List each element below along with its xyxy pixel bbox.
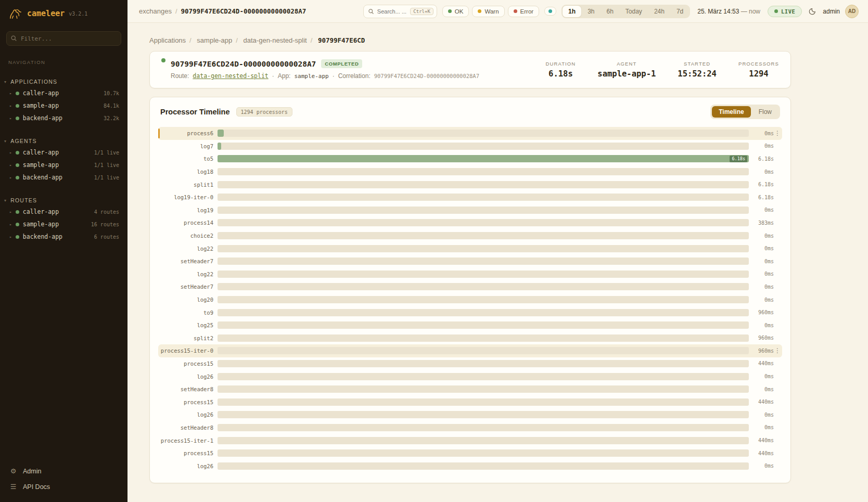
timeline-row[interactable]: process15 440ms ⋮ <box>158 395 782 408</box>
dark-mode-toggle[interactable] <box>807 6 818 17</box>
timeline-row[interactable]: choice2 0ms ⋮ <box>158 229 782 242</box>
dot-separator: · <box>272 72 274 80</box>
route-link[interactable]: data-gen-nested-split <box>193 72 268 80</box>
sidebar-item[interactable]: ▸ caller-app 1/1 live <box>0 146 127 159</box>
timeline-row[interactable]: process15 440ms ⋮ <box>158 357 782 370</box>
sidebar-item[interactable]: ▸ caller-app 4 routes <box>0 205 127 218</box>
view-toggle-button[interactable]: Flow <box>752 106 778 118</box>
status-filter-chip[interactable]: Error <box>508 6 540 17</box>
timeline-row[interactable]: split2 960ms ⋮ <box>158 332 782 345</box>
timeline-row[interactable]: log18 0ms ⋮ <box>158 165 782 178</box>
timeline-row[interactable]: process15 440ms ⋮ <box>158 447 782 460</box>
timeline-row[interactable]: process15-iter-0 960ms ⋮ <box>158 344 782 357</box>
avatar[interactable]: AD <box>845 5 859 18</box>
sidebar-item[interactable]: ▸ sample-app 16 routes <box>0 218 127 230</box>
timeline-row[interactable]: log19-iter-0 6.18s ⋮ <box>158 191 782 204</box>
timeline-bar-track <box>218 245 749 252</box>
processor-name: to5 <box>159 156 218 162</box>
time-range-button[interactable]: Today <box>620 6 648 17</box>
stat-value: 1294 <box>738 69 779 79</box>
live-toggle[interactable]: LIVE <box>768 6 802 17</box>
timeline-row[interactable]: to9 960ms ⋮ <box>158 306 782 319</box>
date-range-separator: — <box>741 8 747 15</box>
sidebar-item-badge: 1/1 live <box>94 175 119 181</box>
filter-input[interactable] <box>6 31 121 46</box>
time-range-button[interactable]: 1h <box>563 6 581 17</box>
timeline-row[interactable]: log26 0ms ⋮ <box>158 408 782 421</box>
time-range-button[interactable]: 7d <box>671 6 689 17</box>
section-label: ROUTES <box>10 197 37 203</box>
row-duration: 440ms <box>749 450 774 456</box>
timeline-row[interactable]: setHeader7 0ms ⋮ <box>158 280 782 293</box>
processor-name: process15 <box>159 361 218 367</box>
processor-name: process6 <box>159 130 218 136</box>
status-filter-chip[interactable]: Warn <box>472 6 504 17</box>
timeline-row[interactable]: process14 383ms ⋮ <box>158 216 782 229</box>
timeline-bar-track: 6.18s <box>218 155 749 162</box>
breadcrumb-link[interactable]: data-gen-nested-split <box>244 36 307 44</box>
time-range-button[interactable]: 6h <box>601 6 619 17</box>
timeline-row[interactable]: setHeader8 0ms ⋮ <box>158 383 782 396</box>
time-range-button[interactable]: 3h <box>582 6 600 17</box>
timeline-row[interactable]: log20 0ms ⋮ <box>158 293 782 306</box>
sidebar-item[interactable]: ▸ backend-app 1/1 live <box>0 171 127 184</box>
timeline-row[interactable]: log7 0ms ⋮ <box>158 140 782 153</box>
timeline-row[interactable]: setHeader7 0ms ⋮ <box>158 255 782 268</box>
timeline-row[interactable]: to5 6.18s 6.18s ⋮ <box>158 152 782 165</box>
sidebar-item[interactable]: ▸ backend-app 6 routes <box>0 230 127 243</box>
row-duration: 0ms <box>749 259 774 264</box>
timeline-row[interactable]: log25 0ms ⋮ <box>158 319 782 332</box>
kebab-menu-icon[interactable]: ⋮ <box>774 130 781 137</box>
row-duration: 0ms <box>749 284 774 290</box>
processor-name: process15-iter-1 <box>159 437 218 444</box>
search-icon <box>368 8 374 15</box>
stat-label: AGENT <box>597 61 656 67</box>
search-input[interactable] <box>377 8 407 15</box>
timeline-row[interactable]: process6 0ms ⋮ <box>158 127 782 140</box>
section-header-agents[interactable]: ▾ AGENTS <box>0 136 127 146</box>
sidebar-item-badge: 84.1k <box>104 103 119 109</box>
sidebar-item[interactable]: ▸ sample-app 84.1k <box>0 99 127 112</box>
timeline-row[interactable]: process15-iter-1 440ms ⋮ <box>158 434 782 447</box>
breadcrumb-link[interactable]: sample-app <box>197 36 232 44</box>
stat: AGENT sample-app-1 <box>597 61 656 79</box>
view-toggle-button[interactable]: Timeline <box>712 106 750 118</box>
sidebar-item[interactable]: ▸ backend-app 32.2k <box>0 112 127 124</box>
api-docs-link[interactable]: ☰ API Docs <box>9 483 118 491</box>
live-dot <box>774 9 778 13</box>
stat-value: 15:52:24 <box>678 69 717 79</box>
breadcrumb-link[interactable]: Applications <box>149 36 186 44</box>
sidebar-item-label: caller-app <box>23 208 59 215</box>
time-range-button[interactable]: 24h <box>648 6 670 17</box>
sidebar-item[interactable]: ▸ caller-app 10.7k <box>0 87 127 99</box>
timeline-bar-track <box>218 168 749 175</box>
stat: STARTED 15:52:24 <box>678 61 717 79</box>
timeline-bar-track <box>218 296 749 303</box>
section-header-applications[interactable]: ▾ APPLICATIONS <box>0 76 127 87</box>
status-dot <box>448 9 452 13</box>
status-filter-label: Warn <box>484 8 499 15</box>
row-duration: 6.18s <box>749 182 774 187</box>
timeline-row[interactable]: log22 0ms ⋮ <box>158 268 782 281</box>
timeline-title: Processor Timeline <box>160 108 230 116</box>
admin-link[interactable]: ⚙ Admin <box>9 467 118 475</box>
breadcrumb-section[interactable]: exchanges <box>139 7 172 15</box>
row-duration: 6.18s <box>749 195 774 200</box>
timeline-row[interactable]: log22 0ms ⋮ <box>158 242 782 255</box>
stat-label: PROCESSORS <box>738 61 779 67</box>
search-box[interactable]: Ctrl+K <box>363 5 437 18</box>
sidebar-item-label: caller-app <box>23 89 59 97</box>
timeline-row[interactable]: log26 0ms ⋮ <box>158 459 782 472</box>
kebab-menu-icon[interactable]: ⋮ <box>774 347 781 354</box>
sidebar-item-label: sample-app <box>23 161 59 169</box>
timeline-row[interactable]: log26 0ms ⋮ <box>158 370 782 383</box>
timeline-row[interactable]: setHeader8 0ms ⋮ <box>158 421 782 434</box>
trace-filter-chip[interactable] <box>544 7 556 16</box>
date-range-value: 25. März 14:53 <box>697 8 739 15</box>
sidebar-item[interactable]: ▸ sample-app 1/1 live <box>0 159 127 171</box>
status-filter-chip[interactable]: OK <box>442 6 469 17</box>
timeline-row[interactable]: split1 6.18s ⋮ <box>158 178 782 191</box>
sidebar-item-badge: 1/1 live <box>94 162 119 168</box>
section-header-routes[interactable]: ▾ ROUTES <box>0 195 127 205</box>
timeline-row[interactable]: log19 0ms ⋮ <box>158 204 782 217</box>
